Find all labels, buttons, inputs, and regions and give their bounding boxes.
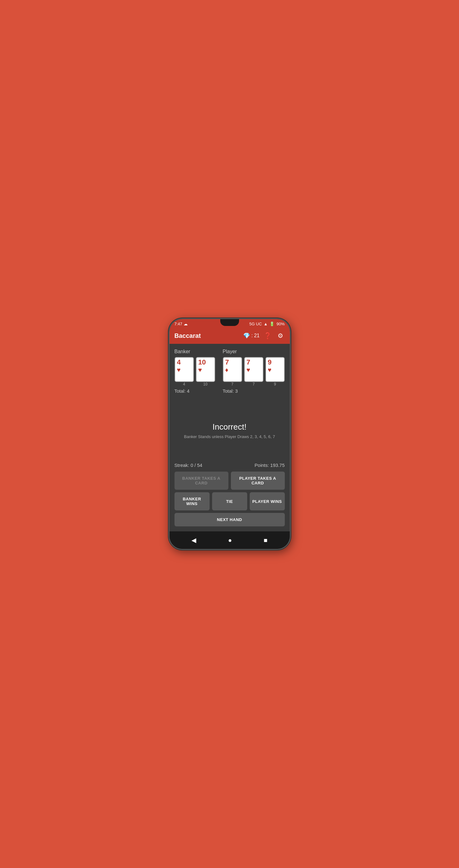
player-card-1-col: 7 ♦ 7 [223, 357, 242, 386]
banker-card-2: 10 ♥ [196, 357, 215, 382]
banker-wins-button[interactable]: BANKER WINS [174, 492, 210, 510]
result-title: Incorrect! [212, 422, 246, 432]
help-button[interactable]: ❓ [263, 331, 272, 340]
gem-separator: : [251, 333, 253, 339]
player-card-3-suit: ♥ [268, 366, 271, 374]
player-total: Total: 3 [223, 388, 285, 394]
help-icon: ❓ [264, 332, 271, 339]
banker-card-1-suit: ♥ [177, 366, 181, 374]
take-card-row: BANKER TAKES A CARD PLAYER TAKES A CARD [174, 472, 285, 490]
player-card-2: 7 ♥ [244, 357, 263, 382]
stats-row: Streak: 0 / 54 Points: 193.75 [174, 463, 285, 468]
player-card-2-col: 7 ♥ 7 [244, 357, 263, 386]
player-card-1-suit: ♦ [225, 366, 228, 374]
gem-count: 21 [254, 333, 260, 339]
phone-frame: 7:47 ☁ 5G UC ▲ 🔋 90% Baccarat 💎 : 21 ❓ ⚙ [169, 318, 291, 550]
banker-card-1: 4 ♥ [174, 357, 194, 382]
recents-nav-button[interactable]: ■ [258, 535, 274, 545]
player-card-1-label: 7 [231, 382, 233, 386]
player-card-3-value: 9 [268, 359, 271, 366]
banker-card-2-label: 10 [203, 382, 207, 386]
banker-label: Banker [174, 349, 218, 354]
status-time: 7:47 [174, 321, 182, 326]
notch [220, 319, 239, 326]
player-card-2-label: 7 [253, 382, 255, 386]
banker-card-2-suit: ♥ [198, 366, 202, 374]
banker-card-1-value: 4 [177, 359, 181, 366]
battery-icon: 🔋 [269, 321, 275, 326]
player-card-2-suit: ♥ [247, 366, 250, 374]
player-card-3: 9 ♥ [265, 357, 285, 382]
settings-button[interactable]: ⚙ [276, 331, 285, 340]
main-content: Banker 4 ♥ 4 10 ♥ 10 [170, 344, 290, 531]
home-nav-button[interactable]: ● [222, 535, 238, 545]
message-area: Incorrect! Banker Stands unless Player D… [174, 399, 285, 463]
player-card-3-col: 9 ♥ 9 [265, 357, 285, 386]
player-label: Player [223, 349, 285, 354]
banker-takes-card-button[interactable]: BANKER TAKES A CARD [174, 472, 228, 490]
tie-button[interactable]: TIE [212, 492, 247, 510]
player-takes-card-button[interactable]: PLAYER TAKES A CARD [231, 472, 285, 490]
settings-icon: ⚙ [278, 332, 283, 339]
banker-section: Banker 4 ♥ 4 10 ♥ 10 [174, 349, 218, 394]
result-subtitle: Banker Stands unless Player Draws 2, 3, … [184, 434, 275, 439]
nav-bar: ◀ ● ■ [170, 531, 290, 549]
player-wins-button[interactable]: PLAYER WINS [250, 492, 285, 510]
back-nav-button[interactable]: ◀ [185, 535, 202, 545]
battery-label: 90% [276, 321, 285, 326]
player-cards-row: 7 ♦ 7 7 ♥ 7 9 [223, 357, 285, 386]
app-title: Baccarat [174, 332, 201, 339]
cloud-icon: ☁ [183, 321, 188, 326]
signal-icon: ▲ [264, 321, 268, 326]
banker-card-2-value: 10 [198, 359, 206, 366]
banker-card-1-col: 4 ♥ 4 [174, 357, 194, 386]
buttons-area: BANKER TAKES A CARD PLAYER TAKES A CARD … [174, 472, 285, 526]
player-card-3-label: 9 [274, 382, 276, 386]
gem-score: 💎 : 21 [243, 332, 259, 339]
banker-card-2-col: 10 ♥ 10 [196, 357, 215, 386]
player-card-2-value: 7 [247, 359, 250, 366]
player-card-1: 7 ♦ [223, 357, 242, 382]
streak-stat: Streak: 0 / 54 [174, 463, 202, 468]
app-bar: Baccarat 💎 : 21 ❓ ⚙ [170, 328, 290, 344]
next-hand-row: NEXT HAND [174, 513, 285, 526]
banker-total: Total: 4 [174, 388, 218, 394]
outcome-row: BANKER WINS TIE PLAYER WINS [174, 492, 285, 510]
points-stat: Points: 193.75 [255, 463, 285, 468]
banker-card-1-label: 4 [183, 382, 185, 386]
network-label: 5G UC [249, 321, 262, 326]
next-hand-button[interactable]: NEXT HAND [174, 513, 285, 526]
banker-cards-row: 4 ♥ 4 10 ♥ 10 [174, 357, 218, 386]
player-section: Player 7 ♦ 7 7 ♥ 7 [223, 349, 285, 394]
hands-area: Banker 4 ♥ 4 10 ♥ 10 [174, 349, 285, 394]
player-card-1-value: 7 [225, 359, 229, 366]
gem-icon: 💎 [243, 332, 250, 339]
